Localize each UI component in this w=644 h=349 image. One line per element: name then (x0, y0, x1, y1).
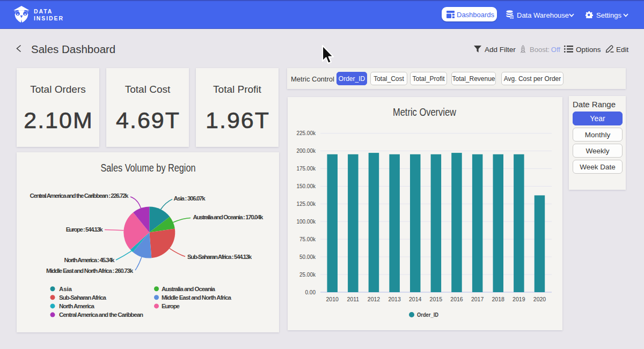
svg-text:125.00k: 125.00k (296, 201, 316, 207)
svg-text:Europe: Europe (162, 303, 180, 309)
svg-text:225.00k: 225.00k (296, 130, 316, 136)
svg-text:2016: 2016 (450, 296, 463, 302)
svg-text:2013: 2013 (388, 296, 401, 302)
svg-text:2010: 2010 (326, 296, 339, 302)
svg-text:175.00k: 175.00k (296, 166, 316, 172)
svg-text:2017: 2017 (471, 296, 484, 302)
svg-text:50.00k: 50.00k (299, 254, 316, 260)
svg-text:Asia: Asia (59, 286, 72, 292)
svg-text:Australia and Oceania: Australia and Oceania (162, 286, 216, 292)
svg-text:Metric Overview: Metric Overview (393, 106, 457, 118)
svg-text:2015: 2015 (430, 296, 443, 302)
svg-text:Sub-Saharan Africa: Sub-Saharan Africa (59, 294, 107, 301)
svg-text:2011: 2011 (347, 296, 360, 302)
svg-text:2014: 2014 (409, 296, 422, 302)
svg-text:75.00k: 75.00k (299, 236, 316, 242)
svg-text:200.00k: 200.00k (296, 148, 316, 154)
svg-text:Middle East and North Africa: Middle East and North Africa (162, 294, 232, 301)
svg-text:2018: 2018 (492, 296, 505, 302)
svg-text:2019: 2019 (513, 296, 525, 302)
svg-text:25.00k: 25.00k (299, 272, 316, 278)
svg-text:Order_ID: Order_ID (417, 311, 438, 318)
svg-text:2020: 2020 (533, 296, 546, 302)
svg-text:0.00: 0.00 (305, 289, 316, 295)
svg-text:100.00k: 100.00k (296, 219, 316, 225)
svg-text:150.00k: 150.00k (296, 183, 316, 189)
svg-text:Central America and the Caribb: Central America and the Caribbean (59, 311, 143, 318)
svg-text:North America: North America (59, 303, 95, 309)
svg-text:2012: 2012 (368, 296, 380, 302)
